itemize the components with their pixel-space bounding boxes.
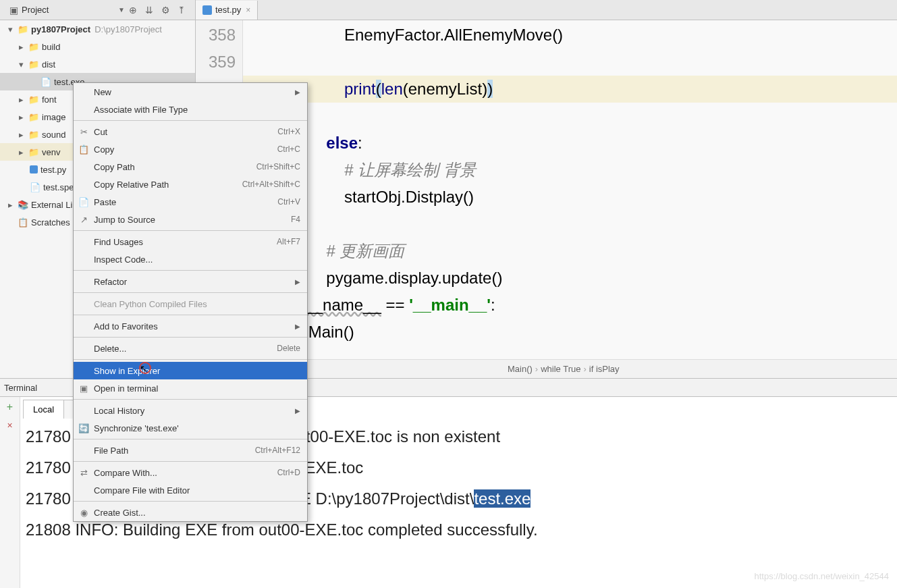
copy-icon: 📋 bbox=[78, 144, 89, 155]
menu-file-path[interactable]: File PathCtrl+Alt+F12 bbox=[74, 442, 307, 459]
menu-open-terminal[interactable]: ▣Open in terminal bbox=[74, 379, 307, 397]
menu-gist[interactable]: ◉Create Gist... bbox=[74, 504, 307, 521]
menu-new[interactable]: New▶ bbox=[74, 83, 307, 101]
menu-copy[interactable]: 📋CopyCtrl+C bbox=[74, 140, 307, 158]
menu-show-explorer[interactable]: Show in Explorer bbox=[74, 362, 307, 379]
python-file-icon bbox=[202, 5, 212, 15]
terminal-tab-local[interactable]: Local bbox=[23, 400, 64, 419]
menu-delete[interactable]: Delete...Delete bbox=[74, 340, 307, 357]
github-icon: ◉ bbox=[78, 507, 89, 518]
menu-compare-with[interactable]: ⇄Compare With...Ctrl+D bbox=[74, 464, 307, 481]
scissors-icon: ✂ bbox=[78, 126, 89, 137]
tab-close-icon[interactable]: × bbox=[246, 5, 250, 15]
terminal-add-icon[interactable]: + bbox=[7, 401, 13, 413]
menu-local-history[interactable]: Local History▶ bbox=[74, 402, 307, 419]
project-label[interactable]: Project bbox=[22, 5, 49, 15]
menu-clean: Clean Python Compiled Files bbox=[74, 295, 307, 313]
code-area[interactable]: EnemyFactor.AllEnemyMove() print(len(ene… bbox=[243, 20, 897, 378]
paste-icon: 📄 bbox=[78, 196, 89, 207]
menu-sync[interactable]: 🔄Synchronize 'test.exe' bbox=[74, 419, 307, 437]
editor-tab[interactable]: test.py × bbox=[196, 1, 258, 20]
menu-copy-rel[interactable]: Copy Relative PathCtrl+Alt+Shift+C bbox=[74, 176, 307, 193]
tree-folder-build[interactable]: ▸📁build bbox=[0, 38, 195, 55]
jump-icon: ↗ bbox=[78, 214, 89, 225]
watermark: https://blog.csdn.net/weixin_42544 bbox=[755, 571, 889, 581]
terminal-icon: ▣ bbox=[78, 383, 89, 394]
context-menu: New▶ Associate with File Type ✂CutCtrl+X… bbox=[73, 82, 308, 522]
project-dropdown-icon[interactable]: ▼ bbox=[118, 6, 125, 14]
project-header-icon: ▣ bbox=[7, 4, 20, 16]
menu-compare-editor[interactable]: Compare File with Editor bbox=[74, 481, 307, 499]
menu-associate[interactable]: Associate with File Type bbox=[74, 101, 307, 118]
sync-icon: 🔄 bbox=[78, 423, 89, 433]
gear-icon[interactable]: ⚙ bbox=[159, 4, 171, 16]
tab-label: test.py bbox=[215, 5, 241, 15]
menu-jump[interactable]: ↗Jump to SourceF4 bbox=[74, 211, 307, 228]
menu-favorites[interactable]: Add to Favorites▶ bbox=[74, 317, 307, 335]
hide-icon[interactable]: ⤒ bbox=[175, 4, 188, 16]
editor-tab-bar: test.py × bbox=[196, 0, 897, 20]
terminal-sidebar: + × bbox=[0, 397, 20, 588]
target-icon[interactable]: ⊕ bbox=[127, 4, 139, 16]
menu-find-usages[interactable]: Find UsagesAlt+F7 bbox=[74, 233, 307, 250]
compare-icon: ⇄ bbox=[78, 467, 89, 478]
terminal-close-icon[interactable]: × bbox=[7, 420, 12, 431]
menu-cut[interactable]: ✂CutCtrl+X bbox=[74, 123, 307, 140]
menu-refactor[interactable]: Refactor▶ bbox=[74, 273, 307, 290]
menu-copy-path[interactable]: Copy PathCtrl+Shift+C bbox=[74, 158, 307, 176]
tree-folder-dist[interactable]: ▾📁dist bbox=[0, 55, 195, 73]
project-toolbar: ▣ Project ▼ ⊕ ⇊ ⚙ ⤒ bbox=[0, 0, 196, 20]
menu-inspect[interactable]: Inspect Code... bbox=[74, 250, 307, 268]
menu-paste[interactable]: 📄PasteCtrl+V bbox=[74, 193, 307, 211]
tree-root[interactable]: ▾📁 py1807ProjectD:\py1807Project bbox=[0, 20, 195, 38]
collapse-icon[interactable]: ⇊ bbox=[143, 4, 155, 16]
